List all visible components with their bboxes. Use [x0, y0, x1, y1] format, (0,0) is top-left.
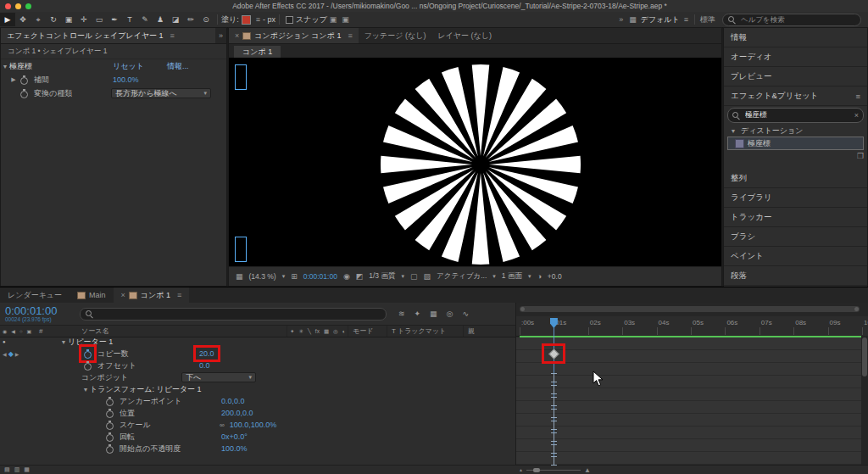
property-value[interactable]: 100.0,100.0% — [228, 421, 279, 429]
timeline-search[interactable] — [80, 308, 387, 321]
timeline-vertical-scrollbar[interactable] — [861, 336, 868, 466]
property-value[interactable]: 100.0% — [220, 444, 249, 453]
panel-header-effects-presets[interactable]: エフェクト&プリセット ≡ — [724, 86, 867, 106]
keyframe-icon[interactable] — [548, 349, 559, 360]
timeline-lane[interactable] — [516, 376, 861, 388]
resolution-value[interactable]: 1/3 画質 — [369, 271, 395, 282]
current-timecode[interactable]: 0:00:01:00 — [5, 305, 80, 316]
timeline-row-repeater-group[interactable]: ●▼リピーター 1 — [0, 336, 515, 348]
panel-header-paint[interactable]: ペイント — [724, 247, 867, 266]
current-time-block[interactable]: 0:00:01:00 00024 (23.976 fps) — [0, 305, 80, 322]
timeline-lane[interactable] — [516, 427, 861, 439]
stopwatch-icon[interactable] — [105, 408, 114, 418]
timeline-row-scale[interactable]: スケール∞100.0,100.0% — [0, 419, 515, 431]
timeline-row-copies[interactable]: ◀◆▶コピー数20.0 — [0, 348, 515, 360]
effects-search-input[interactable] — [743, 110, 851, 120]
scrollbar-thumb[interactable] — [862, 337, 867, 376]
clear-search-icon[interactable]: × — [854, 111, 859, 120]
camera-popup-value[interactable]: アクティブカ... — [437, 271, 487, 282]
toolbar-overflow-icon[interactable]: » — [619, 15, 623, 24]
tab-layer[interactable]: レイヤー (なし) — [431, 28, 498, 43]
stopwatch-icon[interactable] — [105, 396, 114, 406]
timeline-row-offset[interactable]: オフセット0.0 — [0, 360, 515, 371]
panel-header-paragraph[interactable]: 段落 — [724, 266, 867, 286]
effect-header-row[interactable]: ▼ 極座標 リセット 情報... — [1, 59, 226, 73]
twirl-icon[interactable]: ▼ — [59, 339, 68, 345]
roto-brush-tool-icon[interactable]: ✏ — [183, 13, 198, 26]
effects-item-polar-coordinates[interactable]: 極座標 — [727, 137, 864, 150]
viewer-timecode[interactable]: 0:00:01:00 — [303, 272, 337, 281]
layer-handle[interactable] — [235, 64, 247, 90]
prev-keyframe-icon[interactable]: ◀ — [3, 351, 7, 357]
stopwatch-icon[interactable] — [105, 443, 114, 454]
stopwatch-icon[interactable] — [19, 88, 29, 98]
tab-effect-controls[interactable]: エフェクトコントロール シェイプレイヤー 1 ≡ — [1, 28, 215, 43]
timeline-lane[interactable] — [516, 388, 861, 401]
param-row-conversion[interactable]: 変換の種類 長方形から極線へ ▾ — [1, 86, 226, 100]
timeline-tab-comp-1[interactable]: ×コンポ 1≡ — [114, 287, 190, 303]
timeline-row-transform-group[interactable]: ▼トランスフォーム: リピーター 1 — [0, 383, 515, 395]
view-layout-value[interactable]: 1 画面 — [502, 271, 522, 282]
selection-tool-icon[interactable]: ▶ — [0, 13, 15, 26]
pan-behind-tool-icon[interactable]: ✛ — [76, 13, 92, 26]
frame-blend-column-icon[interactable]: ▦ — [324, 328, 329, 335]
grid-guides-icon[interactable]: ▦ — [236, 272, 243, 281]
snap-option-icon[interactable]: ▣ — [342, 15, 349, 24]
timeline-lane[interactable] — [516, 350, 861, 363]
effects-column-icon[interactable]: fx — [315, 328, 320, 334]
workspace-default[interactable]: デフォルト — [641, 14, 680, 25]
reset-button[interactable]: リセット — [113, 61, 144, 72]
close-icon[interactable]: × — [121, 291, 125, 299]
timeline-search-input[interactable] — [97, 309, 381, 319]
expand-inout-icon[interactable]: ▦ — [24, 466, 30, 473]
timeline-tab-render-queue[interactable]: レンダーキュー — [0, 287, 70, 303]
orbit-camera-tool-icon[interactable]: ↻ — [46, 13, 61, 26]
comp-flowchart-icon[interactable]: ≋ — [398, 309, 405, 318]
fill-options-icon[interactable]: ≡ — [256, 15, 260, 24]
quality-column-icon[interactable]: ╲ — [308, 328, 311, 335]
twirl-icon[interactable]: ▼ — [1, 64, 9, 70]
panel-header-libraries[interactable]: ライブラリ — [724, 188, 867, 208]
effect-name[interactable]: 極座標 — [9, 61, 32, 72]
tab-overflow-icon[interactable]: » — [219, 31, 223, 40]
panel-header-brushes[interactable]: ブラシ — [724, 227, 867, 247]
timeline-lane[interactable] — [516, 337, 861, 350]
panel-header-audio[interactable]: オーディオ — [724, 47, 867, 67]
timeline-lane[interactable] — [516, 363, 861, 376]
snapshot-icon[interactable]: ◉ — [343, 272, 350, 281]
minimize-window-button[interactable] — [15, 3, 21, 9]
clone-stamp-tool-icon[interactable]: ♟ — [153, 13, 168, 26]
close-icon[interactable]: × — [235, 31, 239, 40]
expand-transfer-controls-icon[interactable]: ▥ — [14, 466, 20, 473]
collapse-column-icon[interactable]: ✳ — [298, 328, 303, 335]
snap-option-icon[interactable]: ▣ — [330, 15, 337, 24]
panel-menu-icon[interactable]: ≡ — [177, 291, 181, 299]
panel-menu-icon[interactable]: ≡ — [348, 31, 352, 40]
twirl-icon[interactable]: ▶ — [9, 76, 18, 83]
viewer-tab-comp1[interactable]: コンポ 1 — [234, 46, 281, 59]
help-search-input[interactable] — [739, 14, 855, 25]
stopwatch-icon[interactable] — [19, 75, 29, 85]
timeline-tab-main[interactable]: Main — [70, 287, 114, 303]
about-link[interactable]: 情報... — [167, 61, 189, 72]
roi-icon[interactable]: ▢ — [410, 272, 418, 281]
twirl-icon[interactable]: ▼ — [729, 128, 737, 134]
zoom-window-button[interactable] — [25, 3, 31, 9]
stopwatch-icon[interactable] — [83, 349, 92, 359]
keyframe-indicator-icon[interactable]: ◆ — [8, 350, 14, 358]
next-keyframe-icon[interactable]: ▶ — [15, 351, 19, 357]
timeline-lane[interactable] — [516, 452, 861, 465]
frame-blend-master-icon[interactable]: ▦ — [430, 309, 437, 318]
zoom-in-mountain-icon[interactable]: ▲ — [584, 466, 591, 474]
pixel-aspect-icon[interactable]: ⊞ — [291, 272, 298, 281]
timeline-zoom-slider[interactable]: ▲ ▲ — [519, 466, 591, 474]
timeline-lane[interactable] — [516, 439, 861, 452]
eraser-tool-icon[interactable]: ◪ — [168, 13, 183, 26]
tab-composition[interactable]: × コンポジション コンポ 1 ≡ — [229, 28, 359, 43]
lock-column-icon[interactable]: ▣ — [27, 328, 32, 334]
property-value[interactable]: 0.0,0.0 — [220, 397, 247, 405]
panel-header-preview[interactable]: プレビュー — [724, 67, 867, 86]
zoom-out-mountain-icon[interactable]: ▲ — [519, 467, 523, 472]
stopwatch-icon[interactable] — [83, 360, 92, 371]
effects-category-distortion[interactable]: ▼ ディストーション — [724, 125, 867, 137]
